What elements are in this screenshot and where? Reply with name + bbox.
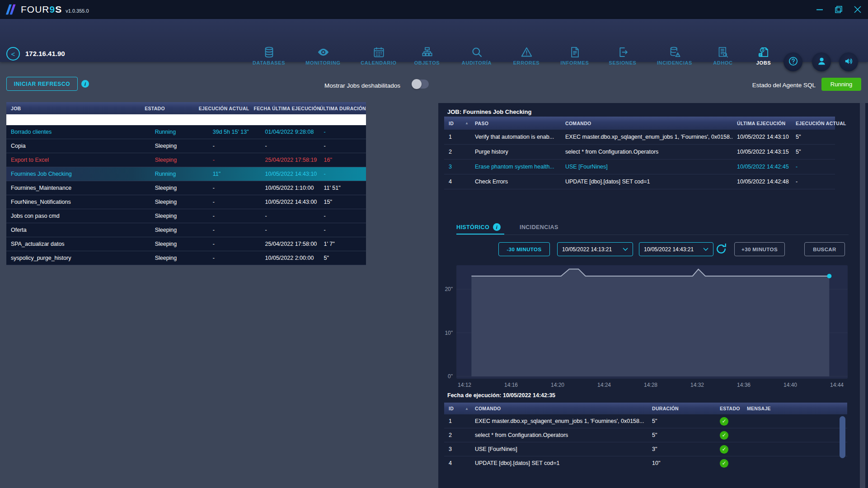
- job-row-copia[interactable]: CopiaSleeping---: [6, 139, 366, 153]
- nav-item-calendario[interactable]: CALENDARIO: [354, 46, 404, 66]
- show-disabled-jobs-toggle[interactable]: [412, 80, 429, 89]
- restore-icon[interactable]: [835, 5, 843, 14]
- tab-incidencias[interactable]: INCIDENCIAS: [520, 224, 558, 230]
- job-row-fournines-job-checking[interactable]: Fournines Job CheckingRunning11"10/05/20…: [6, 167, 366, 181]
- success-check-icon: ✓: [720, 417, 728, 426]
- close-icon[interactable]: [854, 5, 862, 14]
- historico-info-icon[interactable]: i: [493, 223, 501, 231]
- cell: Fournines Job Checking: [6, 171, 150, 177]
- step-row[interactable]: 3Erase phantom system health...USE [Four…: [444, 160, 835, 174]
- job-row-spa-actualizar-datos[interactable]: SPA_actualizar datosSleeping-25/04/2022 …: [6, 237, 366, 251]
- buscar-button[interactable]: BUSCAR: [804, 242, 845, 256]
- minimize-icon[interactable]: [816, 5, 824, 14]
- sitemap-icon: [421, 46, 433, 58]
- nav-item-label: INFORMES: [561, 60, 589, 66]
- nav-item-errores[interactable]: ERRORES: [502, 46, 551, 66]
- results-scrollbar-thumb[interactable]: [840, 416, 845, 458]
- cell: Sleeping: [150, 241, 208, 247]
- column-header-ultima-duracion[interactable]: ÚLTIMA DURACIÓN: [315, 102, 366, 114]
- result-row[interactable]: 4UPDATE [dbo].[datos] SET cod=110"✓: [444, 456, 847, 469]
- nav-item-jobs[interactable]: JOBS: [739, 46, 788, 66]
- refresh-range-icon[interactable]: [715, 243, 727, 255]
- nav-item-informes[interactable]: INFORMES: [550, 46, 600, 66]
- step-row[interactable]: 2Purge historyselect * from Configuratio…: [444, 145, 835, 160]
- job-row-jobs-con-paso-cmd[interactable]: Jobs con paso cmdSleeping---: [6, 209, 366, 223]
- database-warning-icon: [669, 46, 681, 58]
- cell: Sleeping: [150, 213, 208, 219]
- x-tick-label: 14:20: [551, 382, 564, 388]
- refresh-info-icon[interactable]: i: [81, 80, 89, 88]
- column-header-ejecucion-actual[interactable]: EJECUCIÓN ACTUAL: [791, 117, 835, 130]
- server-ip: 172.16.41.90: [25, 50, 65, 57]
- column-header-estado[interactable]: ESTADO: [140, 102, 194, 114]
- nav-item-label: SESIONES: [609, 60, 636, 66]
- nav-item-label: JOBS: [756, 60, 771, 66]
- cell: 5": [319, 255, 366, 261]
- end-datetime-select[interactable]: 10/05/2022 14:43:21: [639, 242, 713, 256]
- nav-item-monitoring[interactable]: MONITORING: [298, 46, 348, 66]
- cell: -: [208, 255, 261, 261]
- nav-item-label: ERRORES: [513, 60, 540, 66]
- column-header-mensaje[interactable]: MENSAJE: [742, 403, 847, 414]
- start-datetime-select[interactable]: 10/05/2022 14:13:21: [557, 242, 633, 256]
- job-row-oferta[interactable]: OfertaSleeping---: [6, 223, 366, 237]
- nav-item-incidencias[interactable]: INCIDENCIAS: [650, 46, 699, 66]
- end-datetime-value: 10/05/2022 14:43:21: [644, 246, 694, 253]
- back-button[interactable]: <: [6, 47, 20, 61]
- jobs-filter-input[interactable]: [6, 114, 366, 125]
- cell: -: [791, 164, 835, 170]
- column-header-fecha-ultima[interactable]: FECHA ÚLTIMA EJECUCIÓN: [249, 102, 315, 114]
- step-row[interactable]: 1Verify that automation is enab...EXEC m…: [444, 130, 835, 145]
- volume-button[interactable]: [839, 52, 858, 71]
- column-header-duracion[interactable]: DURACIÓN: [647, 403, 715, 414]
- column-header-estado[interactable]: ESTADO: [715, 403, 742, 414]
- user-button[interactable]: [812, 52, 831, 71]
- cell: Running: [150, 129, 208, 135]
- nav-item-sesiones[interactable]: SESIONES: [598, 46, 647, 66]
- job-row-syspolicy-purge-history[interactable]: syspolicy_purge_historySleeping-10/05/20…: [6, 251, 366, 265]
- cell: ✓: [715, 445, 742, 454]
- x-tick-label: 14:32: [690, 382, 704, 388]
- column-header-ultima-ejecucion[interactable]: ÚLTIMA EJECUCIÓN: [732, 117, 791, 130]
- y-tick-label: 10": [433, 330, 453, 336]
- plus-30-minutes-button[interactable]: +30 MINUTOS: [734, 242, 785, 256]
- column-header-id[interactable]: ID: [444, 117, 460, 130]
- tab-historico[interactable]: HISTÓRICO i: [456, 223, 501, 231]
- cell: -: [319, 171, 366, 177]
- minus-30-minutes-button[interactable]: -30 MINUTOS: [498, 242, 550, 256]
- steps-table-header: ID ▲ PASO COMANDO ÚLTIMA EJECUCIÓN EJECU…: [444, 117, 835, 130]
- help-button[interactable]: [784, 52, 802, 71]
- execution-date-value: 10/05/2022 14:42:35: [503, 392, 555, 399]
- cell: 25/04/2022 17:58:00: [261, 241, 319, 247]
- cell: 5": [647, 432, 715, 438]
- sort-asc-icon[interactable]: ▲: [460, 117, 470, 130]
- user-icon: [816, 56, 827, 68]
- column-header-ejecucion-actual[interactable]: EJECUCIÓN ACTUAL: [194, 102, 249, 114]
- nav-item-objetos[interactable]: OBJETOS: [402, 46, 452, 66]
- column-header-id[interactable]: ID: [444, 403, 460, 414]
- job-row-export-to-excel[interactable]: Export to ExcelSleeping-25/04/2022 17:58…: [6, 153, 366, 167]
- sort-asc-icon[interactable]: ▲: [460, 403, 470, 414]
- iniciar-refresco-button[interactable]: INICIAR REFRESCO: [6, 77, 78, 91]
- cell: 1' 7": [319, 241, 366, 247]
- result-row[interactable]: 2select * from Configuration.Operators5"…: [444, 428, 847, 442]
- nav-item-auditoría[interactable]: AUDITORÍA: [452, 46, 502, 66]
- job-row-fournines-notifications[interactable]: FourNines_NotificationsSleeping-10/05/20…: [6, 195, 366, 209]
- column-header-comando[interactable]: COMANDO: [470, 403, 647, 414]
- result-row[interactable]: 1EXEC master.dbo.xp_sqlagent_enum_jobs 1…: [444, 414, 847, 428]
- cell: -: [319, 129, 366, 135]
- cell: 01/04/2022 9:28:08: [261, 129, 319, 135]
- panel-scrollbar[interactable]: [860, 103, 865, 488]
- nav-item-databases[interactable]: DATABASES: [244, 46, 294, 66]
- cell: 1: [444, 418, 460, 424]
- column-header-comando[interactable]: COMANDO: [561, 117, 732, 130]
- job-row-borrado-clientes[interactable]: Borrado clientesRunning39d 5h 15' 13"01/…: [6, 125, 366, 139]
- step-row[interactable]: 4Check ErrorsUPDATE [dbo].[datos] SET co…: [444, 174, 835, 189]
- job-row-fournines-maintenance[interactable]: Fournines_MaintenanceSleeping-10/05/2022…: [6, 181, 366, 195]
- result-row[interactable]: 3USE [FourNines]3"✓: [444, 442, 847, 456]
- column-header-job[interactable]: JOB: [6, 102, 140, 114]
- nav-item-label: DATABASES: [253, 60, 285, 66]
- cell: 5": [791, 149, 835, 155]
- navbar: < 172.16.41.90 DATABASES MONITORING CALE…: [0, 19, 868, 62]
- column-header-paso[interactable]: PASO: [470, 117, 561, 130]
